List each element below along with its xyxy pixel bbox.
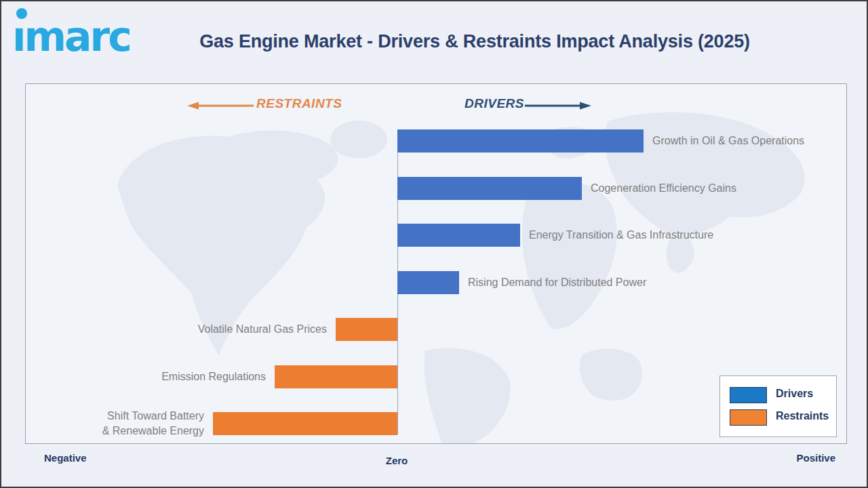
bar-label: Emission Regulations <box>161 369 266 384</box>
bar-label: Shift Toward Battery & Renewable Energy <box>102 409 204 439</box>
bar-driver <box>397 129 644 152</box>
axis-label-zero: Zero <box>386 455 408 466</box>
legend-box: DriversRestraints <box>719 375 837 437</box>
logo-dot-icon <box>16 8 27 19</box>
legend-label: Drivers <box>776 388 813 400</box>
bar-restraint <box>275 365 397 388</box>
bar-label: Rising Demand for Distributed Power <box>468 275 646 290</box>
imarc-logo: ımarc <box>12 5 141 62</box>
bar-label: Energy Transition & Gas Infrastructure <box>529 228 713 243</box>
legend-swatch-restraints <box>730 409 767 426</box>
bar-restraint <box>336 318 397 341</box>
bar-driver <box>397 271 459 294</box>
logo-text: ımarc <box>12 16 141 57</box>
bar-label: Growth in Oil & Gas Operations <box>652 134 804 148</box>
legend-swatch-drivers <box>730 387 767 403</box>
axis-label-negative: Negative <box>44 452 87 464</box>
chart-panel: RESTRAINTS DRIVERS Growth in Oil & Gas O… <box>25 83 847 444</box>
bar-driver <box>397 224 520 247</box>
bar-label: Cogeneration Efficiency Gains <box>591 181 736 196</box>
bar-restraint <box>213 412 397 435</box>
axis-label-positive: Positive <box>796 452 835 464</box>
legend-label: Restraints <box>776 410 829 422</box>
page-title: Gas Engine Market - Drivers & Restraints… <box>199 31 750 52</box>
bar-label: Volatile Natural Gas Prices <box>198 322 327 337</box>
bar-driver <box>397 177 582 200</box>
